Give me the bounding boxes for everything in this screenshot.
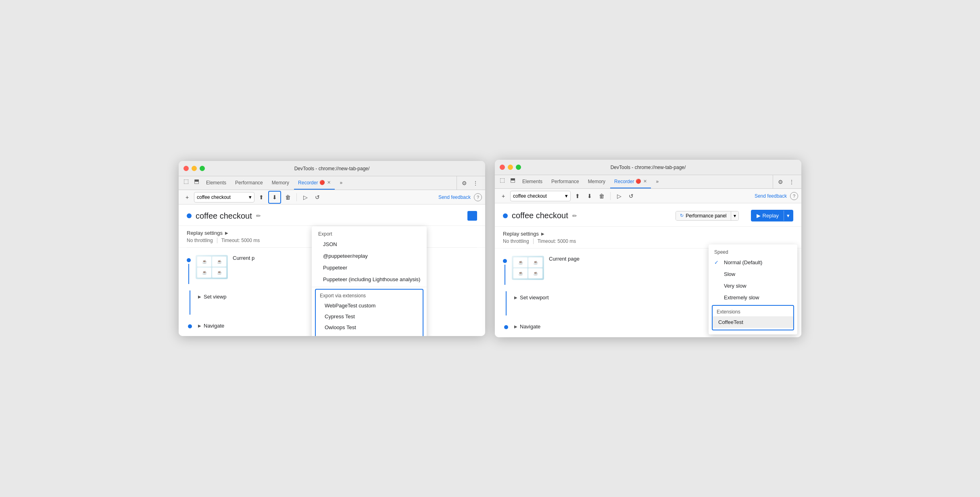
viewport-expand-icon[interactable]: ▶ [198, 294, 201, 299]
replay-arrow-btn[interactable]: ▾ [784, 211, 792, 221]
timeout-label-1: Timeout: 5000 ms [221, 238, 264, 243]
replay-settings-label-2[interactable]: Replay settings [503, 231, 539, 237]
perf-panel-main[interactable]: ↻ Performance panel [676, 211, 730, 220]
timeline-dot-2 [188, 324, 192, 328]
viewport-expand-icon-2[interactable]: ▶ [514, 295, 517, 300]
help-btn-1[interactable]: ? [474, 193, 482, 201]
coffee-cup-7: ☕ [513, 268, 528, 278]
step-btn-2[interactable]: ↺ [626, 191, 636, 201]
speed-normal[interactable]: ✓ Normal (Default) [709, 257, 797, 268]
minimize-button-1[interactable] [192, 166, 197, 171]
delete-btn-2[interactable]: 🗑 [596, 191, 607, 201]
edit-title-icon-2[interactable]: ✏ [572, 213, 577, 219]
export-puppeteer-item[interactable]: Puppeteer [312, 262, 427, 274]
more-icon-1[interactable]: ⋮ [471, 178, 480, 188]
run-btn-2[interactable]: ▷ [614, 191, 624, 201]
selector-chevron-icon: ▾ [249, 194, 252, 200]
tab-more-2[interactable]: » [652, 175, 663, 188]
coffee-cup-4: ☕ [212, 267, 226, 278]
coffee-cup-8: ☕ [528, 268, 542, 278]
add-recording-btn[interactable]: + [182, 192, 192, 203]
send-feedback-btn-2[interactable]: Send feedback [753, 193, 788, 199]
timeout-label-2: Timeout: 5000 ms [538, 238, 580, 244]
export-ext-header: Export via extensions [316, 291, 423, 300]
upload-btn-2[interactable]: ⬆ [572, 191, 583, 201]
replay-settings-label-1[interactable]: Replay settings [187, 230, 223, 236]
speed-very-slow[interactable]: Very slow [709, 280, 797, 292]
replay-button[interactable]: ▶ Replay ▾ [751, 210, 793, 221]
tab-recorder-2[interactable]: Recorder 🔴 ✕ [610, 175, 651, 188]
ext-owloops[interactable]: Owloops Test [316, 322, 423, 333]
download-icon[interactable]: ⬇ [269, 192, 280, 203]
record-icon-btn[interactable] [467, 211, 477, 221]
tab-elements-2[interactable]: Elements [518, 175, 546, 188]
ext-cypress[interactable]: Cypress Test [316, 311, 423, 322]
window-title-1: DevTools - chrome://new-tab-page/ [294, 166, 370, 171]
step-btn[interactable]: ↺ [312, 192, 323, 203]
tab-recorder-1[interactable]: Recorder 🔴 ✕ [294, 176, 335, 190]
coffee-cup-3: ☕ [197, 267, 211, 278]
replay-main-btn[interactable]: ▶ Replay [752, 211, 784, 221]
tab-close-icon-2[interactable]: ✕ [643, 179, 647, 184]
throttling-label-1: No throttling [187, 238, 217, 243]
dock-icon-2[interactable]: ⬒ [508, 175, 517, 185]
send-feedback-btn-1[interactable]: Send feedback [437, 194, 472, 200]
settings-icon-2[interactable]: ⚙ [776, 177, 785, 187]
coffee-cup-6: ☕ [528, 257, 542, 267]
export-json-item[interactable]: JSON [312, 238, 427, 250]
tab-memory-2[interactable]: Memory [584, 175, 609, 188]
settings-expand-icon-2[interactable]: ▶ [541, 232, 544, 236]
recording-selector-2[interactable]: coffee checkout ▾ [510, 191, 571, 201]
navigate-expand-icon[interactable]: ▶ [198, 324, 201, 328]
tab-close-icon[interactable]: ✕ [327, 180, 331, 185]
speed-check-icon: ✓ [714, 259, 721, 265]
download-btn-highlighted[interactable]: ⬇ [268, 191, 281, 204]
settings-expand-icon-1[interactable]: ▶ [225, 231, 228, 235]
tab-performance-2[interactable]: Performance [547, 175, 583, 188]
close-button-1[interactable] [183, 166, 189, 171]
download-btn-2[interactable]: ⬇ [584, 191, 595, 201]
window-title-2: DevTools - chrome://new-tab-page/ [611, 165, 686, 170]
upload-btn[interactable]: ⬆ [256, 192, 267, 203]
export-puppeteer-lighthouse-item[interactable]: Puppeteer (including Lighthouse analysis… [312, 274, 427, 285]
help-btn-2[interactable]: ? [790, 192, 798, 200]
perf-panel-arrow-icon[interactable]: ▾ [731, 211, 738, 220]
speed-extremely-slow[interactable]: Extremely slow [709, 292, 797, 303]
devtools-window-1: DevTools - chrome://new-tab-page/ ⬚ ⬒ El… [179, 161, 485, 336]
speed-section-header: Speed [709, 247, 797, 257]
ext-coffeetest[interactable]: CoffeeTest [713, 316, 793, 328]
add-recording-btn-2[interactable]: + [498, 191, 509, 201]
screenshot-thumb-2: ☕ ☕ ☕ ☕ [512, 256, 544, 280]
tab-performance-1[interactable]: Performance [231, 176, 267, 190]
traffic-lights-2 [500, 165, 521, 170]
settings-icon-1[interactable]: ⚙ [459, 178, 469, 188]
title-bar-2: DevTools - chrome://new-tab-page/ [495, 160, 801, 175]
ext-testing-library[interactable]: Testing Library [316, 333, 423, 336]
ext-webpagetest[interactable]: WebPageTest custom [316, 300, 423, 311]
recording-status-dot-1 [187, 213, 192, 218]
cursor-icon-2[interactable]: ⬚ [497, 175, 507, 185]
tab-bar-2: ⬚ ⬒ Elements Performance Memory Recorder… [495, 175, 801, 189]
maximize-button-2[interactable] [516, 165, 521, 170]
edit-title-icon-1[interactable]: ✏ [256, 213, 261, 219]
tab-memory-1[interactable]: Memory [268, 176, 293, 190]
more-icon-2[interactable]: ⋮ [787, 177, 797, 187]
performance-panel-btn[interactable]: ↻ Performance panel ▾ [676, 211, 738, 221]
tab-elements-1[interactable]: Elements [202, 176, 230, 190]
toolbar-2: + coffee checkout ▾ ⬆ ⬇ 🗑 ▷ ↺ Send feedb… [495, 189, 801, 203]
delete-btn[interactable]: 🗑 [283, 192, 293, 203]
close-button-2[interactable] [500, 165, 505, 170]
recording-selector-1[interactable]: coffee checkout ▾ [194, 192, 254, 203]
cursor-icon[interactable]: ⬚ [181, 176, 191, 186]
export-puppeteer-replay-item[interactable]: @puppeteer/replay [312, 250, 427, 262]
minimize-button-2[interactable] [508, 165, 513, 170]
navigate-expand-icon-2[interactable]: ▶ [514, 324, 517, 329]
maximize-button-1[interactable] [200, 166, 205, 171]
run-btn[interactable]: ▷ [300, 192, 311, 203]
tab-more-1[interactable]: » [336, 176, 346, 190]
settings-details-2: No throttling Timeout: 5000 ms [503, 238, 793, 244]
dock-icon[interactable]: ⬒ [192, 176, 201, 186]
toolbar-divider-1 [296, 193, 297, 201]
speed-slow[interactable]: Slow [709, 268, 797, 280]
timeline-dot-3 [503, 259, 507, 263]
